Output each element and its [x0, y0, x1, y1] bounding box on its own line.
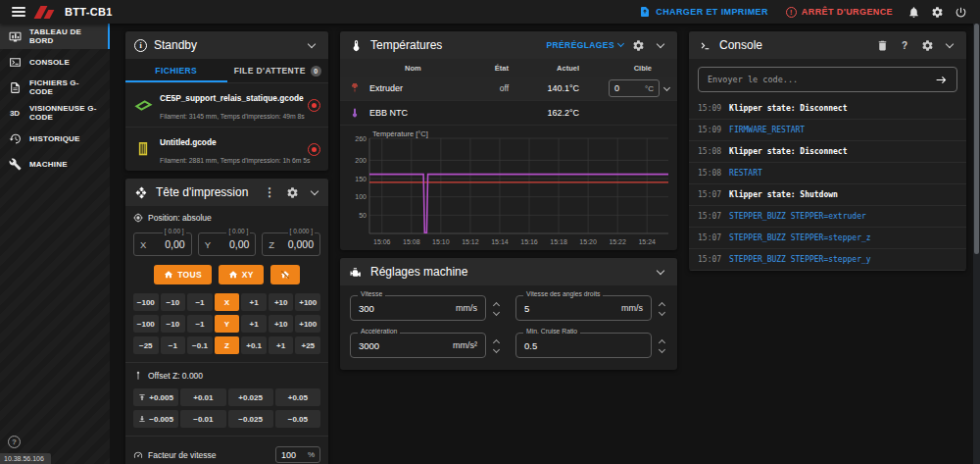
- target-dropdown-chevron-icon[interactable]: [663, 83, 670, 90]
- power-icon[interactable]: [949, 0, 972, 24]
- panel-settings-gear-icon[interactable]: [630, 37, 646, 53]
- console-input-placeholder: Envoyer le code...: [708, 75, 935, 84]
- presets-dropdown[interactable]: PRÉRÉGLAGES: [546, 40, 623, 50]
- z-offset-button-+0.005[interactable]: +0.005: [133, 388, 178, 406]
- console-text: FIRMWARE_RESTART: [729, 126, 805, 134]
- jog-button-z-+25[interactable]: +25: [295, 336, 320, 354]
- home-xy-button[interactable]: XY: [219, 265, 264, 284]
- send-icon[interactable]: [935, 74, 948, 86]
- setting-input-min-cruise-ratio[interactable]: Min. Cruise Ratio0.5: [515, 333, 652, 358]
- notifications-bell-icon[interactable]: [902, 0, 925, 24]
- jog-button-y-−100[interactable]: −100: [133, 315, 159, 333]
- upload-and-print-button[interactable]: CHARGER ET IMPRIMER: [630, 0, 777, 24]
- status-panel: i Standby FICHIERS FILE D'ATTENTE 0: [125, 31, 328, 171]
- setting-input-vitesse-des-angles-droits[interactable]: Vitesse des angles droits5mm/s: [515, 295, 652, 321]
- jog-button-x-+100[interactable]: +100: [295, 293, 320, 311]
- jog-button-z-+0.1[interactable]: +0.1: [241, 336, 267, 354]
- z-offset-button-+0.025[interactable]: +0.025: [228, 388, 273, 406]
- engine-icon: [349, 265, 364, 280]
- sidebar-item-history[interactable]: HISTORIQUE: [0, 126, 110, 151]
- jog-button-z-+1[interactable]: +1: [269, 336, 294, 354]
- speed-factor-row: Facteur de vitesse 100 %: [133, 446, 320, 463]
- setting-unit: mm/s: [456, 303, 477, 313]
- collapse-chevron-icon[interactable]: [942, 37, 957, 53]
- collapse-chevron-icon[interactable]: [307, 184, 322, 200]
- axis-button-y[interactable]: Y: [215, 315, 240, 333]
- sidebar-item-dashboard[interactable]: TABLEAU DE BORD: [0, 24, 110, 49]
- jog-button-y-−1[interactable]: −1: [187, 315, 213, 333]
- more-menu-icon[interactable]: ⋮: [262, 184, 277, 200]
- sidebar-item-machine[interactable]: MACHINE: [0, 151, 110, 177]
- help-question-icon[interactable]: ?: [897, 37, 912, 53]
- trash-icon[interactable]: [874, 37, 890, 53]
- jog-button-y-+1[interactable]: +1: [241, 315, 267, 333]
- setting-label: Vitesse: [358, 290, 385, 297]
- menu-icon[interactable]: [12, 7, 25, 17]
- scrollbar-thumb[interactable]: [974, 24, 979, 254]
- file-action-icon[interactable]: [308, 99, 320, 112]
- z-offset-button-−0.01[interactable]: −0.01: [180, 410, 225, 428]
- setting-vitesse-des-angles-droits: Vitesse des angles droits5mm/s: [515, 295, 667, 321]
- sidebar-item-gcode-viewer[interactable]: 3D VISIONNEUSE G-CODE: [0, 100, 110, 126]
- axis-button-x[interactable]: X: [215, 293, 240, 311]
- temp-row-extruder[interactable]: Extruder off 140.1°C 0 °C: [340, 77, 677, 101]
- console-timestamp: 15:08: [698, 147, 721, 156]
- queue-count-badge: 0: [311, 66, 321, 77]
- tab-files[interactable]: FICHIERS: [125, 59, 227, 82]
- z-offset-button-−0.005[interactable]: −0.005: [133, 410, 178, 428]
- jog-button-x-−100[interactable]: −100: [133, 293, 159, 311]
- dashboard-icon: [8, 29, 22, 43]
- help-icon[interactable]: ?: [8, 436, 21, 448]
- console-message: 15:08Klipper state: Disconnect: [689, 141, 966, 163]
- console-timestamp: 15:08: [698, 169, 721, 178]
- setting-input-acc-l-ration[interactable]: Accélération3000mm/s²: [350, 333, 486, 358]
- temp-row-ebb-ntc[interactable]: EBB NTC 162.2°C: [340, 101, 677, 126]
- jog-button-z-−1[interactable]: −1: [161, 336, 186, 354]
- z-offset-button-−0.025[interactable]: −0.025: [228, 410, 273, 428]
- jog-button-y-−10[interactable]: −10: [161, 315, 186, 333]
- stepper-down-icon[interactable]: [658, 309, 664, 316]
- setting-value: 5: [524, 303, 529, 314]
- file-row-1[interactable]: CE5P_support_relais_statique.gcode Filam…: [125, 82, 328, 127]
- jog-button-y-+100[interactable]: +100: [295, 315, 320, 333]
- jog-button-y-+10[interactable]: +10: [269, 315, 294, 333]
- y-position-field[interactable]: [ 0.00 ] Y 0,00: [198, 232, 257, 256]
- jog-button-z-−0.1[interactable]: −0.1: [187, 336, 213, 354]
- jog-button-x-−10[interactable]: −10: [161, 293, 186, 311]
- tab-queue[interactable]: FILE D'ATTENTE 0: [227, 59, 329, 82]
- arrow-up-line-icon: [138, 393, 146, 401]
- jog-button-x-−1[interactable]: −1: [187, 293, 213, 311]
- page-scrollbar[interactable]: [973, 24, 980, 464]
- collapse-chevron-icon[interactable]: [653, 37, 668, 53]
- collapse-chevron-icon[interactable]: [653, 264, 668, 280]
- sidebar-item-console[interactable]: CONSOLE: [0, 49, 110, 75]
- stepper-down-icon[interactable]: [492, 309, 499, 316]
- file-row-2[interactable]: Untitled.gcode Filament: 2881 mm, Temps …: [125, 127, 328, 171]
- jog-button-x-+1[interactable]: +1: [241, 293, 267, 311]
- home-off-button[interactable]: [270, 265, 300, 284]
- z-offset-button-+0.05[interactable]: +0.05: [275, 388, 320, 406]
- z-position-field[interactable]: [ 0.000 ] Z 0,000: [262, 232, 320, 256]
- sidebar-item-gcode-files[interactable]: FICHIERS G-CODE: [0, 75, 110, 100]
- collapse-chevron-icon[interactable]: [304, 37, 319, 53]
- panel-settings-gear-icon[interactable]: [284, 184, 300, 200]
- jog-button-x-+10[interactable]: +10: [269, 293, 294, 311]
- speed-factor-input[interactable]: 100 %: [275, 446, 320, 463]
- home-all-button[interactable]: TOUS: [154, 265, 212, 284]
- emergency-stop-button[interactable]: ! ARRÊT D'URGENCE: [777, 0, 902, 24]
- setting-input-vitesse[interactable]: Vitesse300mm/s: [350, 295, 486, 321]
- stepper-down-icon[interactable]: [658, 346, 664, 353]
- extruder-target-input[interactable]: 0 °C: [609, 79, 660, 97]
- file-action-icon[interactable]: [308, 143, 320, 156]
- panel-settings-gear-icon[interactable]: [919, 37, 935, 53]
- jog-button-z-−25[interactable]: −25: [133, 336, 159, 354]
- z-offset-button-+0.01[interactable]: +0.01: [180, 388, 225, 406]
- sensor-thermometer-icon: [340, 107, 369, 119]
- stepper-down-icon[interactable]: [492, 346, 499, 353]
- console-command-input[interactable]: Envoyer le code...: [698, 67, 957, 92]
- axis-button-z[interactable]: Z: [215, 336, 240, 354]
- x-position-field[interactable]: [ 0.00 ] X 0,00: [133, 232, 192, 256]
- interface-settings-gear-icon[interactable]: [925, 0, 949, 24]
- file-name: Untitled.gcode: [160, 137, 217, 147]
- z-offset-button-−0.05[interactable]: −0.05: [275, 410, 320, 428]
